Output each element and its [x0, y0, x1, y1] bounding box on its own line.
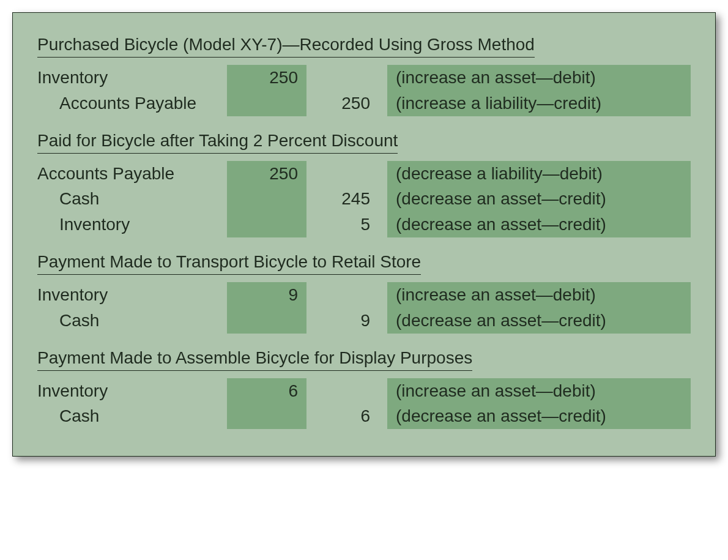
account-name: Cash: [37, 403, 227, 429]
spacer: [374, 282, 387, 308]
spacer: [374, 186, 387, 212]
credit-amount: [306, 65, 374, 91]
explanation: (decrease an asset—credit): [387, 212, 691, 237]
credit-amount: 9: [306, 308, 374, 334]
explanation: (decrease an asset—credit): [387, 403, 691, 429]
credit-amount: 5: [306, 212, 374, 237]
debit-amount: [227, 403, 306, 429]
account-name: Cash: [37, 186, 227, 212]
explanation: (increase an asset—debit): [387, 282, 691, 308]
journal-entries-frame: Purchased Bicycle (Model XY-7)—Recorded …: [12, 12, 716, 457]
spacer: [374, 403, 387, 429]
spacer: [374, 91, 387, 116]
account-name: Inventory: [37, 65, 227, 91]
credit-amount: 245: [306, 186, 374, 212]
entry-grid: Accounts Payable 250 (decrease a liabili…: [37, 161, 691, 237]
credit-amount: [306, 161, 374, 187]
account-name: Inventory: [37, 212, 227, 237]
entry-grid: Inventory 6 (increase an asset—debit) Ca…: [37, 378, 691, 430]
debit-amount: [227, 186, 306, 212]
account-name: Inventory: [37, 378, 227, 404]
explanation: (increase a liability—credit): [387, 91, 691, 116]
section-2: Payment Made to Transport Bicycle to Ret…: [37, 252, 691, 334]
section-title: Payment Made to Transport Bicycle to Ret…: [37, 252, 421, 275]
account-name: Accounts Payable: [37, 91, 227, 116]
section-title: Paid for Bicycle after Taking 2 Percent …: [37, 131, 398, 154]
section-0: Purchased Bicycle (Model XY-7)—Recorded …: [37, 35, 691, 116]
explanation: (increase an asset—debit): [387, 378, 691, 404]
account-name: Inventory: [37, 282, 227, 308]
spacer: [374, 161, 387, 187]
debit-amount: 6: [227, 378, 306, 404]
credit-amount: 6: [306, 403, 374, 429]
debit-amount: 250: [227, 161, 306, 187]
section-3: Payment Made to Assemble Bicycle for Dis…: [37, 348, 691, 430]
spacer: [374, 308, 387, 334]
entry-grid: Inventory 9 (increase an asset—debit) Ca…: [37, 282, 691, 334]
account-name: Cash: [37, 308, 227, 334]
section-title: Payment Made to Assemble Bicycle for Dis…: [37, 348, 472, 371]
credit-amount: 250: [306, 91, 374, 116]
account-name: Accounts Payable: [37, 161, 227, 187]
debit-amount: 9: [227, 282, 306, 308]
explanation: (decrease an asset—credit): [387, 308, 691, 334]
debit-amount: 250: [227, 65, 306, 91]
section-1: Paid for Bicycle after Taking 2 Percent …: [37, 131, 691, 237]
credit-amount: [306, 378, 374, 404]
explanation: (decrease an asset—credit): [387, 186, 691, 212]
credit-amount: [306, 282, 374, 308]
spacer: [374, 212, 387, 237]
section-title: Purchased Bicycle (Model XY-7)—Recorded …: [37, 35, 535, 58]
spacer: [374, 65, 387, 91]
entry-grid: Inventory 250 (increase an asset—debit) …: [37, 65, 691, 116]
explanation: (increase an asset—debit): [387, 65, 691, 91]
debit-amount: [227, 308, 306, 334]
debit-amount: [227, 212, 306, 237]
explanation: (decrease a liability—debit): [387, 161, 691, 187]
spacer: [374, 378, 387, 404]
debit-amount: [227, 91, 306, 116]
